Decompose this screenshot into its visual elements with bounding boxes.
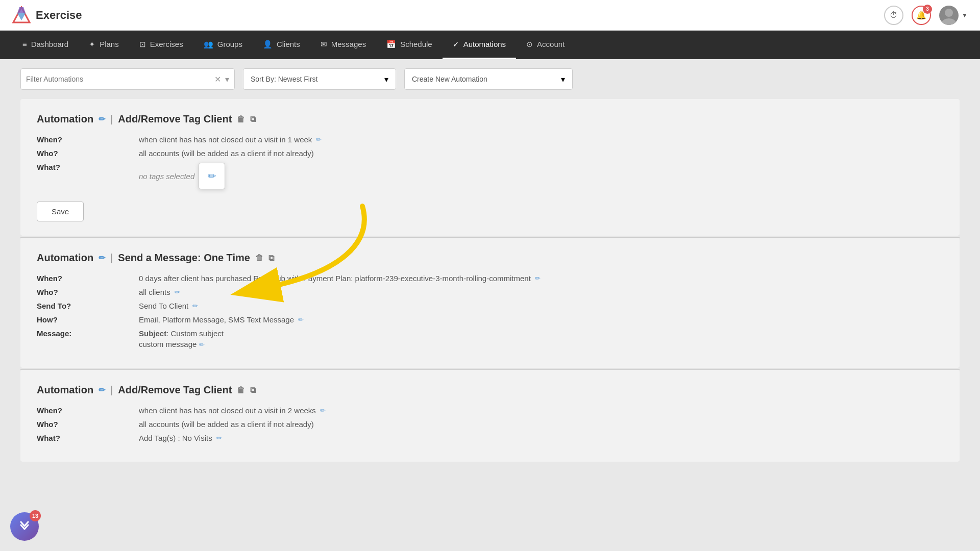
how-edit-icon-2[interactable]: ✏ <box>298 316 304 323</box>
automation-subtitle-2: Send a Message: One Time <box>118 252 250 264</box>
automation-subtitle-3: Add/Remove Tag Client <box>118 384 232 396</box>
automation-trash-icon-2[interactable]: 🗑 <box>255 254 263 263</box>
field-value-how-2: Email, Platform Message, SMS Text Messag… <box>139 315 304 324</box>
create-automation-dropdown[interactable]: Create New Automation ▾ <box>404 68 573 90</box>
field-value-what-3: Add Tag(s) : No Visits ✏ <box>139 434 222 442</box>
nav-plans-label: Plans <box>100 40 119 48</box>
what-edit-box-1[interactable]: ✏ <box>199 163 225 189</box>
create-automation-label: Create New Automation <box>412 75 557 83</box>
automations-icon: ✓ <box>453 40 459 49</box>
field-value-who-1: all accounts (will be added as a client … <box>139 149 314 158</box>
automation-edit-icon-2[interactable]: ✏ <box>99 253 105 263</box>
field-when-1: When? when client has has not closed out… <box>37 135 943 144</box>
save-button-1[interactable]: Save <box>37 202 84 221</box>
automation-copy-icon-3[interactable]: ⧉ <box>250 386 256 395</box>
automation-title-2: Automation ✏ | Send a Message: One Time … <box>37 252 943 264</box>
automation-separator-3: | <box>110 384 113 396</box>
filter-input[interactable] <box>26 75 214 83</box>
field-label-when-2: When? <box>37 274 139 283</box>
top-bar: Exercise ⏱ 🔔 3 ▼ <box>0 0 980 31</box>
avatar-dropdown-icon: ▼ <box>962 12 968 19</box>
when-edit-icon-2[interactable]: ✏ <box>535 274 541 282</box>
nav-groups-label: Groups <box>217 40 242 48</box>
nav-groups[interactable]: 👥 Groups <box>193 31 253 59</box>
field-who-2: Who? all clients ✏ <box>37 288 943 296</box>
clock-button[interactable]: ⏱ <box>884 6 903 25</box>
automation-trash-icon-3[interactable]: 🗑 <box>237 386 245 395</box>
app-title: Exercise <box>36 9 82 22</box>
field-label-when-3: When? <box>37 406 139 415</box>
svg-marker-1 <box>17 13 26 20</box>
field-value-who-2: all clients ✏ <box>139 288 180 296</box>
automation-separator-1: | <box>110 113 113 125</box>
nav-plans[interactable]: ✦ Plans <box>79 31 129 59</box>
what-edit-icon-3[interactable]: ✏ <box>216 434 222 442</box>
top-right-controls: ⏱ 🔔 3 ▼ <box>884 6 968 25</box>
clear-filter-icon[interactable]: ✕ <box>214 74 221 84</box>
field-label-who-1: Who? <box>37 149 139 158</box>
plans-icon: ✦ <box>89 40 95 49</box>
who-edit-icon-2[interactable]: ✏ <box>175 288 180 296</box>
automation-edit-icon-3[interactable]: ✏ <box>99 385 105 395</box>
bottom-badge-count: 13 <box>30 510 41 521</box>
toolbar: ✕ ▾ Sort By: Newest First ▾ Create New A… <box>0 59 980 99</box>
notifications-button[interactable]: 🔔 3 <box>912 6 931 25</box>
automation-separator-2: | <box>110 252 113 264</box>
main-nav: ≡ Dashboard ✦ Plans ⊡ Exercises 👥 Groups… <box>0 31 980 59</box>
message-edit-icon-2[interactable]: ✏ <box>199 341 205 348</box>
clock-icon: ⏱ <box>890 11 898 20</box>
exercises-icon: ⊡ <box>139 40 146 49</box>
field-label-what-3: What? <box>37 434 139 442</box>
automation-copy-icon-2[interactable]: ⧉ <box>268 254 274 263</box>
automation-edit-icon-1[interactable]: ✏ <box>99 114 105 124</box>
automation-card-1: Automation ✏ | Add/Remove Tag Client 🗑 ⧉… <box>20 99 960 236</box>
nav-messages-label: Messages <box>331 40 366 48</box>
automation-label-1: Automation <box>37 113 93 125</box>
account-icon: ⊙ <box>526 40 533 49</box>
nav-automations[interactable]: ✓ Automations <box>443 31 516 59</box>
automation-title-3: Automation ✏ | Add/Remove Tag Client 🗑 ⧉ <box>37 384 943 396</box>
field-label-sendto-2: Send To? <box>37 302 139 310</box>
automation-title-1: Automation ✏ | Add/Remove Tag Client 🗑 ⧉ <box>37 113 943 125</box>
filter-icons: ✕ ▾ <box>214 74 229 84</box>
field-value-message-2: Subject: Custom subject custom message ✏ <box>139 329 224 348</box>
bottom-notification-badge[interactable]: 13 <box>10 512 39 541</box>
field-value-when-1: when client has has not closed out a vis… <box>139 135 322 144</box>
dashboard-icon: ≡ <box>22 40 27 48</box>
sort-dropdown[interactable]: Sort By: Newest First ▾ <box>243 68 396 90</box>
what-value-italic-1: no tags selected <box>139 172 194 181</box>
clients-icon: 👤 <box>263 40 273 49</box>
sendto-edit-icon-2[interactable]: ✏ <box>192 302 198 310</box>
nav-schedule-label: Schedule <box>400 40 432 48</box>
schedule-icon: 📅 <box>386 40 396 49</box>
field-value-sendto-2: Send To Client ✏ <box>139 302 198 310</box>
svg-marker-2 <box>17 7 26 13</box>
nav-dashboard[interactable]: ≡ Dashboard <box>12 31 79 59</box>
field-label-who-2: Who? <box>37 288 139 296</box>
field-what-1: What? no tags selected ✏ <box>37 163 943 189</box>
filter-dropdown-icon[interactable]: ▾ <box>225 74 229 84</box>
field-sendto-2: Send To? Send To Client ✏ <box>37 302 943 310</box>
when-edit-icon-3[interactable]: ✏ <box>320 407 326 414</box>
automation-card-3: Automation ✏ | Add/Remove Tag Client 🗑 ⧉… <box>20 370 960 462</box>
avatar-button[interactable]: ▼ <box>939 6 968 25</box>
automation-copy-icon-1[interactable]: ⧉ <box>250 115 256 124</box>
svg-point-3 <box>945 9 953 17</box>
field-label-who-3: Who? <box>37 420 139 429</box>
create-chevron-icon: ▾ <box>561 74 565 84</box>
filter-container[interactable]: ✕ ▾ <box>20 68 235 90</box>
bottom-chevron-icon <box>17 519 32 534</box>
field-when-3: When? when client has has not closed out… <box>37 406 943 415</box>
nav-messages[interactable]: ✉ Messages <box>310 31 376 59</box>
nav-clients[interactable]: 👤 Clients <box>253 31 310 59</box>
groups-icon: 👥 <box>204 40 213 49</box>
nav-dashboard-label: Dashboard <box>31 40 68 48</box>
automation-trash-icon-1[interactable]: 🗑 <box>237 115 245 124</box>
field-who-3: Who? all accounts (will be added as a cl… <box>37 420 943 429</box>
sort-label: Sort By: Newest First <box>251 75 380 83</box>
field-label-message-2: Message: <box>37 329 139 338</box>
nav-exercises[interactable]: ⊡ Exercises <box>129 31 193 59</box>
when-edit-icon-1[interactable]: ✏ <box>316 136 322 143</box>
nav-account[interactable]: ⊙ Account <box>516 31 575 59</box>
nav-schedule[interactable]: 📅 Schedule <box>376 31 443 59</box>
